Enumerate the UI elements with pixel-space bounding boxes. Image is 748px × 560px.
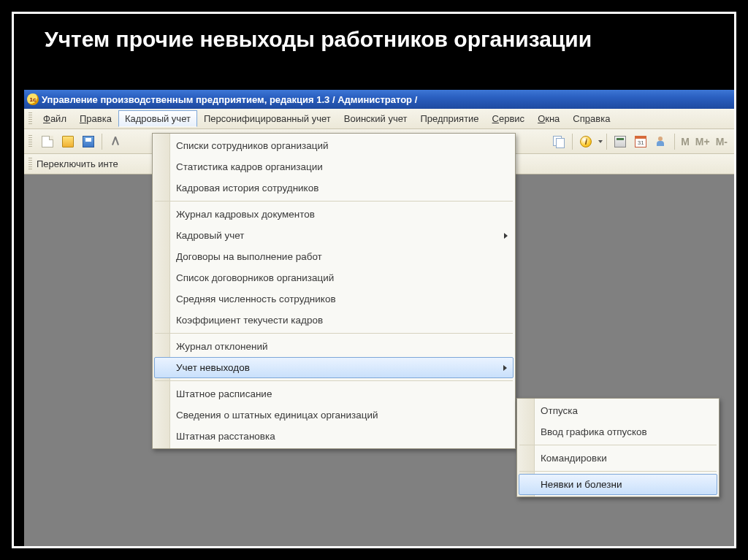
menu-item-employee-lists[interactable]: Списки сотрудников организаций	[154, 135, 514, 156]
dropdown-arrow-icon[interactable]	[598, 140, 603, 143]
menu-windows[interactable]: Окна	[531, 110, 566, 127]
submenu-item-noshow-sick[interactable]: Неявки и болезни	[519, 474, 717, 495]
menu-item-absences[interactable]: Учет невыходов	[154, 357, 514, 378]
grip-icon	[28, 112, 32, 126]
info-button[interactable]	[576, 132, 595, 151]
copy-icon	[553, 136, 565, 147]
separator	[572, 134, 573, 150]
menu-hr[interactable]: Кадровый учет	[118, 110, 197, 127]
separator	[674, 134, 675, 150]
new-doc-button[interactable]	[38, 132, 57, 151]
save-icon	[83, 136, 94, 147]
cut-button[interactable]	[106, 132, 125, 151]
grip-icon	[28, 158, 32, 171]
user-button[interactable]	[652, 132, 671, 151]
app-icon	[27, 93, 39, 105]
calculator-icon	[614, 136, 626, 147]
switch-interface-button[interactable]: Переключить инте	[37, 158, 118, 169]
slide-title: Учтем прочие невыходы работников организ…	[45, 27, 703, 53]
window-title: Управление производственным предприятием…	[42, 94, 417, 105]
folder-icon	[62, 136, 74, 147]
menu-item-contractors-list[interactable]: Список договорников организаций	[154, 267, 514, 288]
document-icon	[42, 136, 53, 147]
menu-item-staff-placement[interactable]: Штатная расстановка	[154, 426, 514, 447]
menu-separator	[155, 333, 513, 334]
user-icon	[655, 136, 667, 147]
menu-help[interactable]: Справка	[566, 110, 617, 127]
menu-hr-dropdown: Списки сотрудников организаций Статистик…	[152, 133, 516, 449]
save-button[interactable]	[79, 132, 98, 151]
menu-separator	[155, 201, 513, 202]
submenu-item-vacation-schedule[interactable]: Ввод графика отпусков	[519, 421, 717, 442]
menu-item-staff-schedule[interactable]: Штатное расписание	[154, 383, 514, 404]
calendar-button[interactable]	[631, 132, 650, 151]
submenu-item-business-trips[interactable]: Командировки	[519, 448, 717, 469]
menu-item-hr-statistics[interactable]: Статистика кадров организации	[154, 156, 514, 177]
submenu-arrow-icon	[504, 233, 508, 239]
scissors-icon	[110, 136, 121, 147]
menu-separator	[519, 471, 717, 472]
menu-edit[interactable]: Правка	[73, 110, 118, 127]
menu-item-deviation-journal[interactable]: Журнал отклонений	[154, 336, 514, 357]
calculator-button[interactable]	[611, 132, 630, 151]
menu-separator	[155, 380, 513, 381]
menu-item-hr-accounting[interactable]: Кадровый учет	[154, 225, 514, 246]
memory-mminus-button[interactable]: M-	[714, 136, 730, 147]
menu-item-hr-journal[interactable]: Журнал кадровых документов	[154, 204, 514, 225]
submenu-item-vacations[interactable]: Отпуска	[519, 400, 717, 421]
titlebar: Управление производственным предприятием…	[24, 90, 734, 109]
menu-item-turnover[interactable]: Коэффициент текучести кадров	[154, 310, 514, 331]
menu-personified[interactable]: Персонифицированный учет	[197, 110, 337, 127]
grip-icon	[28, 135, 32, 148]
menu-service[interactable]: Сервис	[486, 110, 532, 127]
menu-separator	[519, 445, 717, 445]
submenu-arrow-icon	[503, 365, 507, 371]
memory-m-button[interactable]: M	[679, 136, 692, 147]
menu-item-contracts[interactable]: Договоры на выполнение работ	[154, 246, 514, 267]
memory-mplus-button[interactable]: M+	[693, 136, 712, 147]
submenu-absences: Отпуска Ввод графика отпусков Командиров…	[516, 398, 720, 497]
menu-file[interactable]: Файл	[37, 110, 73, 127]
menu-item-hr-history[interactable]: Кадровая история сотрудников	[154, 177, 514, 199]
menubar: Файл Правка Кадровый учет Персонифициров…	[24, 109, 734, 129]
separator	[606, 134, 607, 150]
menu-item-staff-units[interactable]: Сведения о штатных единицах организаций	[154, 404, 514, 426]
menu-military[interactable]: Воинский учет	[337, 110, 414, 127]
copy-button[interactable]	[549, 132, 568, 151]
separator	[102, 134, 102, 150]
menu-item-avg-headcount[interactable]: Средняя численность сотрудников	[154, 288, 514, 310]
menu-enterprise[interactable]: Предприятие	[413, 110, 485, 127]
calendar-icon	[635, 136, 646, 147]
open-button[interactable]	[58, 132, 77, 151]
info-icon	[580, 136, 592, 147]
